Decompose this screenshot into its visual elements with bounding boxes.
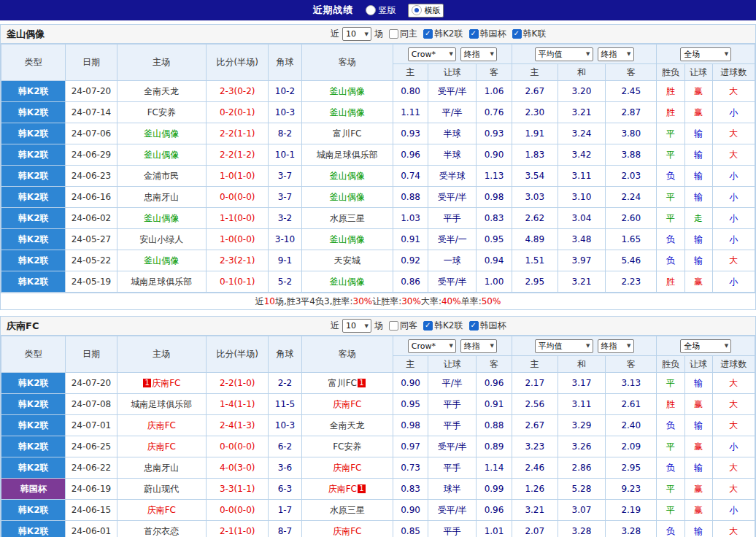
- chevron-down-icon: ▼: [449, 51, 452, 57]
- corner-cell: 8-2: [269, 123, 301, 144]
- team-name: 庆南FC: [333, 463, 361, 473]
- team-name: 首尔衣恋: [144, 526, 179, 536]
- match-row: 韩K2联24-07-201庆南FC2-2(1-0)2-2富川FC10.90平/半…: [1, 373, 755, 394]
- odds-type-select[interactable]: 终指▼: [460, 47, 497, 61]
- odds-cell: 受平/半: [428, 271, 477, 293]
- team-name: 全南天龙: [144, 86, 179, 96]
- column-header: 让球: [428, 64, 477, 81]
- odds-cell: 平手: [428, 208, 477, 229]
- odds-cell: 0.85: [393, 521, 428, 537]
- result-cell: 平: [657, 500, 684, 521]
- column-header: 客场: [301, 45, 393, 81]
- odds-cell: 0.93: [393, 123, 428, 144]
- filter-checkbox[interactable]: 韩K2联: [423, 28, 463, 40]
- match-row: 韩K2联24-06-23金浦市民1-0(1-0)3-7釜山偶像0.74受半球1.…: [1, 166, 755, 187]
- average-odds-select[interactable]: 平均值▼: [535, 47, 593, 61]
- filter-checkbox[interactable]: 韩国杯: [469, 320, 506, 332]
- avg-odds-cell: 3.04: [558, 208, 605, 229]
- bookmaker-select[interactable]: Crow*▼: [408, 47, 456, 61]
- corner-cell: 10-3: [269, 102, 301, 123]
- odds-cell: 受平/半: [428, 187, 477, 208]
- corner-cell: 11-5: [269, 394, 301, 415]
- recent-count-select[interactable]: 10▼: [342, 319, 371, 333]
- score-cell: 3-3(1-1): [207, 479, 269, 500]
- date-cell: 24-06-15: [66, 500, 117, 521]
- avg-odds-cell: 2.46: [512, 457, 558, 479]
- odds-type-select[interactable]: 终指▼: [598, 339, 634, 353]
- filter-checkbox[interactable]: 韩K2联: [423, 320, 463, 332]
- home-team-cell: 庆南FC: [117, 500, 206, 521]
- date-cell: 24-06-22: [66, 457, 117, 479]
- summary-text: 近: [255, 295, 264, 308]
- checkbox-label: 韩K联: [523, 28, 547, 40]
- odds-cell: 0.94: [477, 250, 512, 271]
- odds-group-header: 全场▼: [657, 45, 755, 64]
- avg-odds-cell: 2.61: [606, 394, 657, 415]
- away-team-cell: 庆南FC: [301, 394, 393, 415]
- away-team-cell: 庆南FC: [301, 521, 393, 537]
- score-cell: 0-0(0-0): [207, 500, 269, 521]
- games-label: 场: [374, 320, 383, 332]
- team-name: 全南天龙: [330, 420, 365, 430]
- odds-cell: 0.83: [393, 479, 428, 500]
- team-name: 釜山偶像: [330, 234, 365, 244]
- filter-bar: 近10▼场同主韩K2联韩国杯韩K联: [331, 25, 546, 43]
- odds-cell: 0.74: [393, 166, 428, 187]
- layout-radio-horizontal[interactable]: 横版: [408, 4, 444, 18]
- result-cell: 小: [712, 208, 755, 229]
- bookmaker-select[interactable]: Crow*▼: [408, 339, 456, 353]
- select-value: 终指: [601, 49, 617, 60]
- odds-type-select[interactable]: 终指▼: [460, 339, 497, 353]
- odds-cell: 0.90: [393, 373, 428, 394]
- team-name: 水原三星: [330, 505, 365, 515]
- odds-group-header: 平均值▼终指▼: [512, 45, 657, 64]
- away-team-cell: FC安养: [301, 436, 393, 457]
- filter-checkbox[interactable]: 韩国杯: [469, 28, 506, 40]
- result-cell: 小: [712, 166, 755, 187]
- odds-cell: 一球: [428, 250, 477, 271]
- league-cell: 韩K2联: [1, 229, 66, 250]
- summary-text: 40%: [441, 296, 461, 306]
- team-name: 城南足球俱乐部: [317, 150, 378, 160]
- result-cell: 负: [657, 457, 684, 479]
- match-scope-select[interactable]: 全场▼: [680, 339, 731, 353]
- team-name: 富川FC: [328, 378, 357, 388]
- checkbox-icon: [512, 29, 522, 39]
- avg-odds-cell: 4.89: [512, 229, 558, 250]
- away-team-cell: 天安城: [301, 250, 393, 271]
- team-name: 庆南FC: [328, 484, 357, 494]
- filter-checkbox[interactable]: 同客: [389, 320, 417, 332]
- recent-count-select[interactable]: 10▼: [342, 27, 371, 41]
- match-scope-select[interactable]: 全场▼: [680, 47, 731, 61]
- filter-checkbox[interactable]: 同主: [389, 28, 417, 40]
- score-cell: 1-1(0-0): [207, 208, 269, 229]
- odds-type-select[interactable]: 终指▼: [598, 47, 634, 61]
- avg-odds-cell: 3.03: [512, 187, 558, 208]
- odds-cell: 0.98: [393, 415, 428, 436]
- filter-checkbox[interactable]: 韩K联: [512, 28, 547, 40]
- average-odds-select[interactable]: 平均值▼: [535, 339, 593, 353]
- odds-group-header: 平均值▼终指▼: [512, 336, 657, 356]
- table-header: 类型日期主场比分(半场)角球客场Crow*▼终指▼平均值▼终指▼全场▼主让球客主…: [1, 336, 755, 373]
- avg-odds-cell: 3.28: [558, 521, 605, 537]
- odds-cell: 平/半: [428, 102, 477, 123]
- avg-odds-cell: 3.80: [606, 123, 657, 144]
- chevron-down-icon: ▼: [586, 51, 590, 57]
- select-value: Crow*: [412, 341, 436, 351]
- summary-text: 场,胜3平4负3,: [275, 295, 333, 308]
- layout-radio-vertical[interactable]: 竖版: [366, 4, 396, 17]
- summary-text: 胜率:: [332, 295, 352, 308]
- recent-label: 近: [331, 320, 339, 332]
- home-team-cell: 忠南牙山: [117, 457, 206, 479]
- match-row: 韩国杯24-06-19蔚山现代3-3(1-1)6-3庆南FC10.83球半0.9…: [1, 479, 755, 500]
- result-cell: 平: [657, 123, 684, 144]
- odds-cell: 平手: [428, 415, 477, 436]
- home-team-cell: 安山小绿人: [117, 229, 206, 250]
- chevron-down-icon: ▼: [725, 343, 728, 349]
- match-row: 韩K2联24-07-06釜山偶像2-2(1-1)8-2富川FC0.93半球0.9…: [1, 123, 755, 144]
- score-cell: 2-2(1-1): [207, 123, 269, 144]
- avg-odds-cell: 1.83: [512, 144, 558, 166]
- filter-bar: 近10▼场同客韩K2联韩国杯: [331, 317, 506, 335]
- score-cell: 1-4(1-1): [207, 394, 269, 415]
- team-name: 釜山偶像: [330, 86, 365, 96]
